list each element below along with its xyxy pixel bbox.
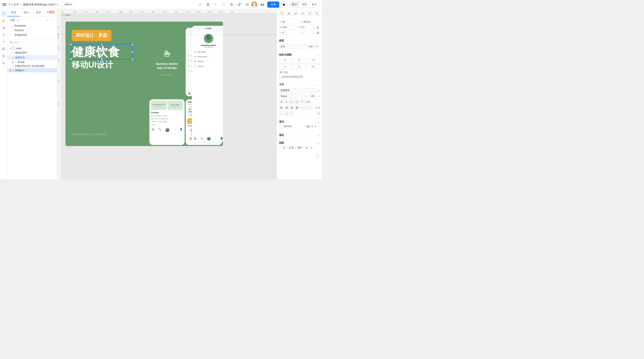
page-external[interactable]: 外部组件库	[10, 33, 54, 38]
layer-group1[interactable]: ▶ □ Group 1	[8, 68, 57, 72]
resp-icon-ml[interactable]	[279, 64, 292, 69]
shadow-add-btn[interactable]: +	[318, 141, 320, 145]
shadow-blur[interactable]: 16.8	[296, 146, 303, 150]
resize-icon[interactable]: ⊞	[206, 2, 210, 7]
resp-collapse-icon[interactable]: −	[318, 53, 320, 57]
layer-group[interactable]: ▶ □ Group	[8, 60, 57, 64]
fill-remove-btn[interactable]: −	[318, 125, 320, 128]
grid-icon[interactable]: ⊟	[245, 2, 250, 7]
resp-icon-mc[interactable]	[293, 64, 306, 69]
shadow-x[interactable]: 0	[281, 146, 287, 150]
text-tool-A-small[interactable]: A	[284, 100, 289, 104]
canvas-area[interactable]: 94 200 300 400 500 614 700 800 900 1000 …	[57, 9, 276, 179]
fill-color-swatch[interactable]	[279, 125, 282, 128]
weight-select[interactable]: Heavy	[279, 94, 305, 98]
copy-icon[interactable]: ⧉	[229, 2, 234, 7]
fill-opacity-value[interactable]: 100	[304, 125, 310, 128]
text-mid-align-btn[interactable]: ⊥	[308, 105, 312, 110]
h-value[interactable]: 217	[301, 26, 304, 29]
lock-ratio-icon[interactable]: 🔒	[316, 25, 320, 29]
shadow-spread[interactable]: 0	[304, 146, 310, 150]
comment-tool[interactable]: 💬	[1, 46, 7, 52]
text-valign-bot-btn[interactable]: ⩓	[290, 111, 294, 116]
pen-tool[interactable]: ✏	[1, 39, 7, 45]
align-center-btn[interactable]	[284, 105, 289, 110]
fill-add-btn[interactable]: +	[318, 120, 320, 124]
text-tool-align-top[interactable]	[300, 100, 304, 104]
add-page-button[interactable]: +	[46, 18, 50, 23]
align-left-btn[interactable]	[279, 105, 284, 110]
group-toggle-icon[interactable]: ▶	[12, 61, 14, 63]
scroll-checkbox[interactable]	[279, 76, 282, 78]
text-tool-auto-width[interactable]	[290, 100, 294, 104]
resp-icon-tr[interactable]	[307, 58, 320, 63]
cursor-tool[interactable]: ↖	[1, 11, 7, 17]
layer-text-credit[interactable]: T CREATED BY JS.DESIGN	[8, 64, 57, 68]
resp-expand-icon[interactable]	[279, 70, 283, 74]
rp-align-center-icon[interactable]: ⊠	[286, 11, 291, 16]
expand-icon[interactable]: ⌃	[52, 41, 55, 44]
text-valign-mid-btn[interactable]: ⊟	[284, 111, 289, 116]
tab-components[interactable]: 组件	[20, 9, 32, 16]
component-tool[interactable]: ⚿	[1, 53, 7, 59]
tab-annotate[interactable]: 标注	[309, 2, 319, 7]
tab-design[interactable]: 设计	[290, 2, 300, 7]
fill-visible-icon[interactable]: 👁	[314, 125, 317, 128]
canvas-content[interactable]: 即时设计 - 界面 健康饮食	[61, 13, 276, 179]
resp-icon-tl[interactable]	[279, 58, 292, 63]
tab-assets[interactable]: 资源	[32, 9, 45, 16]
zoom-control[interactable]: 60% ▾	[63, 2, 74, 7]
layer-text-main[interactable]: T 健康饮食	[8, 55, 57, 60]
circle-icon[interactable]: ○	[214, 2, 218, 7]
text-top-align-btn[interactable]: ⊤	[303, 105, 308, 110]
align-right-btn[interactable]	[290, 105, 294, 110]
hand-tool[interactable]: ✋	[1, 18, 7, 24]
search-input[interactable]	[14, 41, 51, 44]
layer-mode-select[interactable]: 正常	[279, 44, 306, 49]
rp-distribute-icon[interactable]: ⊟	[300, 11, 305, 16]
font-size-field[interactable]: 130	[308, 94, 317, 98]
group1-toggle-icon[interactable]: ▶	[10, 69, 12, 72]
text-valign-top-btn[interactable]: ⩒	[279, 111, 284, 116]
font-select[interactable]: 思源黑体	[279, 88, 317, 93]
tab-prototype[interactable]: 原型	[300, 2, 309, 7]
text-tool-auto[interactable]: 自动	[305, 100, 311, 104]
resp-icon-tc[interactable]	[293, 58, 306, 63]
align-justify-btn[interactable]	[295, 105, 299, 110]
shadow-visible-icon[interactable]: 👁	[310, 146, 313, 149]
diamond-icon[interactable]: ◇	[198, 2, 202, 7]
y-value[interactable]: 352.63	[303, 21, 310, 23]
shadow-y[interactable]: 6.72	[288, 146, 295, 150]
square-icon[interactable]: □	[221, 2, 226, 7]
layer-toggle-icon[interactable]: ▾	[10, 47, 11, 50]
link-icon[interactable]: 🔗	[237, 2, 242, 7]
help-button[interactable]: ?	[315, 154, 320, 158]
collapse-pages-button[interactable]: ⌃	[50, 18, 54, 23]
stroke-add-btn[interactable]: +	[318, 134, 320, 137]
tab-layers[interactable]: 图层	[8, 9, 20, 16]
search-tool[interactable]: 🔍	[1, 60, 7, 66]
page-screens[interactable]: Screens	[10, 28, 54, 32]
rp-align-right-icon[interactable]: ⊞	[294, 11, 298, 16]
visibility-icon[interactable]: 👁	[316, 45, 318, 48]
layer-cover-frame[interactable]: ▾ cover	[8, 46, 57, 50]
frame-tool[interactable]: ⊞	[1, 25, 7, 31]
layer-text-subtitle[interactable]: T 移动UI设计	[8, 50, 57, 55]
w-value[interactable]: 520	[283, 26, 286, 29]
x-value[interactable]: 94	[282, 21, 285, 23]
rp-grid-icon[interactable]: ⊞	[314, 11, 319, 16]
rp-auto-layout-icon[interactable]: ⊕	[307, 11, 312, 16]
menu-icon[interactable]	[2, 3, 7, 7]
tab-ai[interactable]: AI New	[44, 9, 57, 16]
share-button[interactable]: 分享	[267, 2, 279, 8]
text-tool-auto-height[interactable]	[295, 100, 299, 104]
text-tool-A-large[interactable]: A	[279, 100, 284, 104]
page-thumbnail[interactable]: ✓ Thumbnail	[10, 24, 54, 28]
play-button[interactable]: ▶	[282, 2, 287, 8]
font-settings-icon[interactable]: Aa	[260, 2, 265, 8]
fill-hex-value[interactable]: FFFFFF	[284, 125, 302, 128]
more-icon[interactable]: ···	[317, 39, 320, 43]
text-tool[interactable]: T	[1, 32, 7, 38]
breadcrumb-current[interactable]: 健康饮食 移动端app UI设计	[23, 3, 56, 6]
rp-align-left-icon[interactable]: ⊡	[279, 11, 284, 16]
